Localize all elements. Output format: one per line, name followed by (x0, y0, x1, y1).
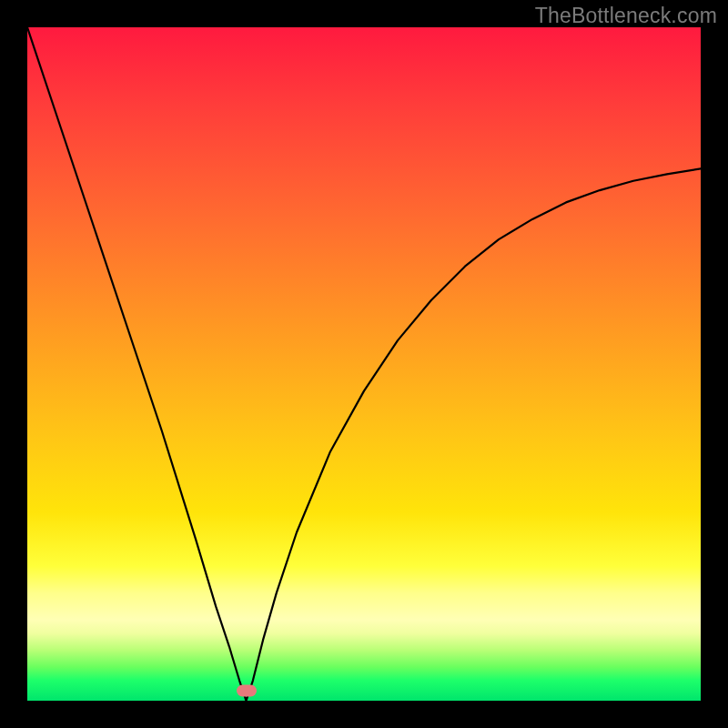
optimal-marker (237, 684, 257, 696)
performance-curve (27, 27, 701, 701)
chart-frame: TheBottleneck.com (0, 0, 728, 728)
watermark-text: TheBottleneck.com (535, 4, 717, 28)
chart-area (27, 27, 701, 701)
